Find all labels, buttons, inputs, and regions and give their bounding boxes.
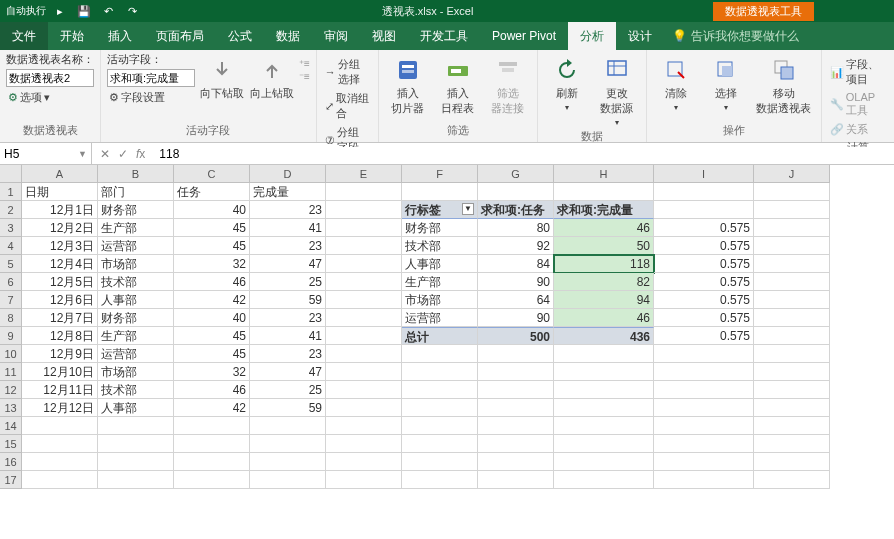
tell-me[interactable]: 💡 告诉我你想要做什么 <box>672 28 799 45</box>
cell[interactable]: I <box>654 165 754 183</box>
cell[interactable] <box>478 381 554 399</box>
drill-down-button[interactable]: 向下钻取 <box>199 52 245 101</box>
cell[interactable] <box>326 183 402 201</box>
filter-dropdown-icon[interactable]: ▼ <box>462 203 474 215</box>
cell[interactable] <box>754 237 830 255</box>
name-box-input[interactable] <box>4 147 64 161</box>
cell[interactable]: 财务部 <box>98 201 174 219</box>
cell[interactable] <box>22 417 98 435</box>
cell[interactable] <box>554 471 654 489</box>
cell[interactable]: 12月3日 <box>22 237 98 255</box>
cell[interactable]: A <box>22 165 98 183</box>
cell[interactable] <box>326 219 402 237</box>
cell[interactable] <box>174 453 250 471</box>
cell[interactable]: 8 <box>0 309 22 327</box>
cell[interactable] <box>98 453 174 471</box>
cell[interactable]: 部门 <box>98 183 174 201</box>
cell[interactable] <box>554 381 654 399</box>
spreadsheet-grid[interactable]: ABCDEFGHIJ1日期部门任务完成量212月1日财务部4023行标签▼求和项… <box>0 165 894 489</box>
cell[interactable] <box>554 399 654 417</box>
cell[interactable] <box>554 453 654 471</box>
cell[interactable] <box>402 471 478 489</box>
tab-view[interactable]: 视图 <box>360 22 408 50</box>
cell[interactable]: 12月6日 <box>22 291 98 309</box>
cell[interactable] <box>654 381 754 399</box>
cell[interactable] <box>754 219 830 237</box>
cell[interactable] <box>22 453 98 471</box>
cell[interactable]: 94 <box>554 291 654 309</box>
cell[interactable] <box>174 417 250 435</box>
cell[interactable] <box>754 255 830 273</box>
cell[interactable] <box>478 183 554 201</box>
cell[interactable]: 12月5日 <box>22 273 98 291</box>
cell[interactable]: 行标签▼ <box>402 201 478 219</box>
cell[interactable]: 46 <box>554 219 654 237</box>
cell[interactable]: 40 <box>174 309 250 327</box>
move-button[interactable]: 移动 数据透视表 <box>753 52 815 116</box>
cell[interactable] <box>402 183 478 201</box>
cell[interactable]: 技术部 <box>98 381 174 399</box>
save-icon[interactable]: 💾 <box>74 2 94 20</box>
cell[interactable] <box>326 327 402 345</box>
cell[interactable] <box>478 435 554 453</box>
cell[interactable] <box>402 453 478 471</box>
cell[interactable]: G <box>478 165 554 183</box>
cell[interactable]: 7 <box>0 291 22 309</box>
expand-icon[interactable]: ⁺≡ <box>299 58 310 69</box>
cell[interactable]: 12月10日 <box>22 363 98 381</box>
cell[interactable]: 64 <box>478 291 554 309</box>
cell[interactable]: D <box>250 165 326 183</box>
cell[interactable]: 0.575 <box>654 291 754 309</box>
cell[interactable]: 16 <box>0 453 22 471</box>
cell[interactable] <box>478 453 554 471</box>
cell[interactable]: 15 <box>0 435 22 453</box>
cell[interactable] <box>554 345 654 363</box>
formula-input[interactable] <box>153 147 894 161</box>
options-button[interactable]: ⚙选项 ▾ <box>6 89 94 106</box>
cell[interactable]: 人事部 <box>402 255 478 273</box>
cell[interactable] <box>98 435 174 453</box>
cell[interactable] <box>402 381 478 399</box>
cell[interactable] <box>402 399 478 417</box>
cell[interactable] <box>754 435 830 453</box>
olap-tools-button[interactable]: 🔧 OLAP 工具 <box>828 90 888 119</box>
cell[interactable] <box>654 183 754 201</box>
cell[interactable]: 25 <box>250 381 326 399</box>
chevron-down-icon[interactable]: ▼ <box>78 149 87 159</box>
cell[interactable] <box>326 435 402 453</box>
tab-powerpivot[interactable]: Power Pivot <box>480 22 568 50</box>
cell[interactable]: 3 <box>0 219 22 237</box>
cell[interactable]: 23 <box>250 345 326 363</box>
cell[interactable]: 生产部 <box>98 219 174 237</box>
cell[interactable]: 财务部 <box>402 219 478 237</box>
cell[interactable] <box>754 471 830 489</box>
fx-icon[interactable]: fx <box>136 147 145 161</box>
cell[interactable] <box>754 183 830 201</box>
cell[interactable] <box>326 381 402 399</box>
cell[interactable] <box>754 363 830 381</box>
cell[interactable]: 4 <box>0 237 22 255</box>
cell[interactable]: E <box>326 165 402 183</box>
cell[interactable]: 46 <box>554 309 654 327</box>
cell[interactable]: 技术部 <box>402 237 478 255</box>
cell[interactable] <box>22 471 98 489</box>
qat-autorun[interactable]: 自动执行 <box>6 4 46 18</box>
cell[interactable] <box>174 435 250 453</box>
tab-formulas[interactable]: 公式 <box>216 22 264 50</box>
cell[interactable]: J <box>754 165 830 183</box>
cell[interactable] <box>654 417 754 435</box>
cell[interactable]: B <box>98 165 174 183</box>
group-selection-button[interactable]: → 分组选择 <box>323 56 372 88</box>
cell[interactable] <box>554 417 654 435</box>
cell[interactable] <box>754 201 830 219</box>
cell[interactable]: 0.575 <box>654 273 754 291</box>
cell[interactable]: 47 <box>250 363 326 381</box>
redo-icon[interactable]: ↷ <box>122 2 142 20</box>
tab-home[interactable]: 开始 <box>48 22 96 50</box>
cell[interactable] <box>754 381 830 399</box>
cell[interactable] <box>98 471 174 489</box>
cell[interactable] <box>250 471 326 489</box>
cell[interactable]: 84 <box>478 255 554 273</box>
cell[interactable]: 23 <box>250 237 326 255</box>
cell[interactable]: 46 <box>174 381 250 399</box>
